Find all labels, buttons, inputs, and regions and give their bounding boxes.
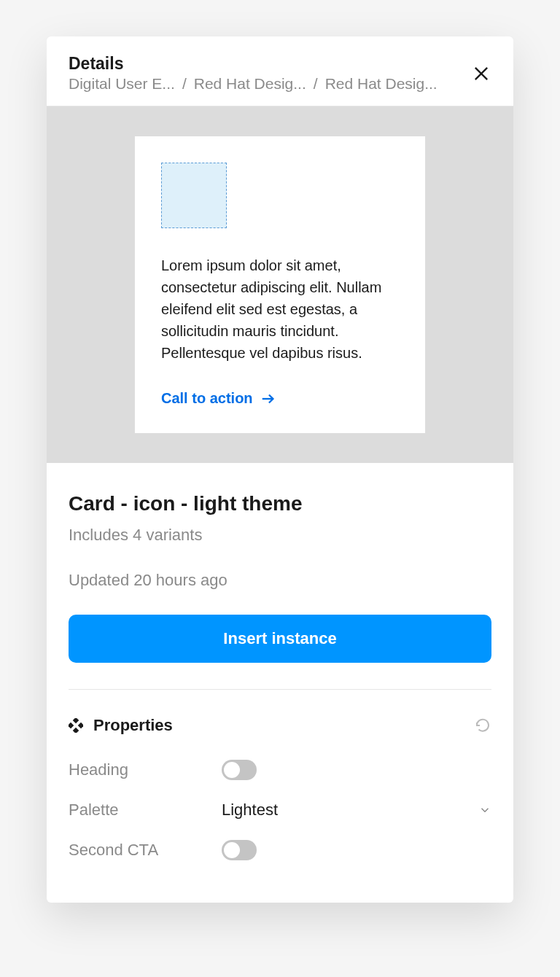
properties-header: Properties <box>69 716 491 735</box>
palette-select[interactable]: Lightest <box>222 801 491 820</box>
chevron-down-icon <box>478 803 491 817</box>
breadcrumb-sep: / <box>314 75 318 93</box>
palette-label: Palette <box>69 801 222 820</box>
toggle-knob <box>224 762 240 778</box>
image-placeholder <box>161 163 227 228</box>
divider <box>69 689 491 690</box>
breadcrumb-item-3[interactable]: Red Hat Desig... <box>325 75 438 93</box>
second-cta-label: Second CTA <box>69 841 222 860</box>
properties-title-wrap: Properties <box>69 716 173 735</box>
breadcrumb-sep: / <box>182 75 187 93</box>
arrow-right-icon <box>260 391 276 407</box>
close-icon <box>471 63 491 84</box>
palette-value: Lightest <box>222 801 278 820</box>
svg-rect-6 <box>73 728 79 733</box>
second-cta-toggle[interactable] <box>222 840 257 860</box>
property-row-palette: Palette Lightest <box>69 801 491 820</box>
breadcrumb: Digital User E... / Red Hat Desig... / R… <box>69 75 471 93</box>
svg-rect-4 <box>69 723 74 728</box>
property-row-second-cta: Second CTA <box>69 840 491 860</box>
refresh-icon <box>474 717 491 734</box>
property-row-heading: Heading <box>69 760 491 780</box>
card-body-text: Lorem ipsum dolor sit amet, consectetur … <box>161 254 399 364</box>
updated-timestamp: Updated 20 hours ago <box>69 571 491 590</box>
details-panel: Details Digital User E... / Red Hat Desi… <box>47 36 513 903</box>
close-button[interactable] <box>471 63 491 84</box>
preview-card: Lorem ipsum dolor sit amet, consectetur … <box>134 136 426 434</box>
svg-rect-5 <box>78 723 83 728</box>
details-body: Card - icon - light theme Includes 4 var… <box>47 463 513 903</box>
heading-label: Heading <box>69 760 222 779</box>
insert-instance-button[interactable]: Insert instance <box>69 615 491 663</box>
refresh-button[interactable] <box>474 717 491 734</box>
svg-rect-3 <box>73 718 79 723</box>
breadcrumb-item-1[interactable]: Digital User E... <box>69 75 175 93</box>
heading-toggle[interactable] <box>222 760 257 780</box>
cta-label: Call to action <box>161 390 253 407</box>
toggle-knob <box>224 842 240 858</box>
preview-area: Lorem ipsum dolor sit amet, consectetur … <box>47 106 513 463</box>
breadcrumb-item-2[interactable]: Red Hat Desig... <box>194 75 306 93</box>
header-text: Details Digital User E... / Red Hat Desi… <box>69 54 471 93</box>
panel-header: Details Digital User E... / Red Hat Desi… <box>47 36 513 106</box>
page-title: Details <box>69 54 471 74</box>
properties-section-title: Properties <box>93 716 173 735</box>
cta-link[interactable]: Call to action <box>161 390 276 407</box>
component-title: Card - icon - light theme <box>69 492 491 515</box>
component-icon <box>69 718 83 733</box>
variants-count: Includes 4 variants <box>69 526 491 545</box>
